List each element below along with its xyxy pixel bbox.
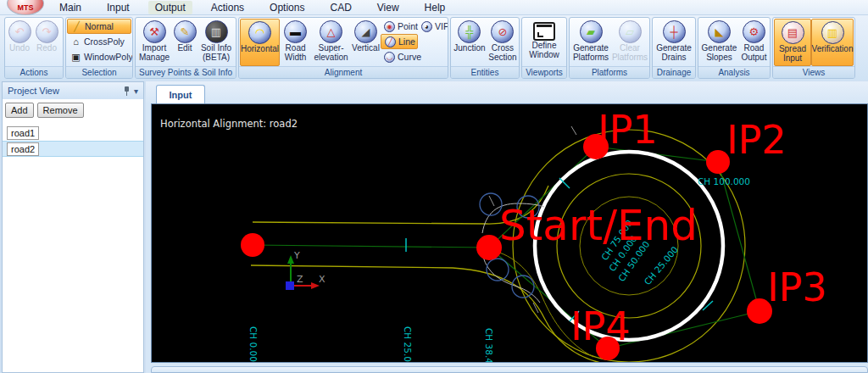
horizontal-curve-icon: ◠ — [248, 21, 271, 44]
project-view-title: Project View — [8, 86, 59, 96]
group-caption-drainage: Drainage — [653, 66, 695, 78]
clear-platforms-button[interactable]: ▱ Clear Platforms — [611, 19, 648, 66]
menu-options[interactable]: Options — [263, 1, 311, 14]
ip1-label: IP1 — [598, 107, 658, 153]
ch38-label: CH 38.400 — [484, 328, 494, 362]
ch100-label: CH 100.000 — [698, 176, 750, 186]
group-caption-entities: Entities — [451, 66, 519, 78]
soil-column-icon: ▥ — [205, 20, 228, 43]
group-drainage: ┼ Generate Drains Drainage — [652, 17, 696, 79]
group-alignment: ◠ Horizontal ▬ Road Width △ Super-elevat… — [238, 17, 448, 79]
ch0-label: CH 0.000 — [248, 326, 259, 362]
list-item-road2[interactable]: road2 — [3, 141, 143, 157]
list-item-road1[interactable]: road1 — [3, 125, 143, 141]
ip2-label: IP2 — [726, 117, 787, 163]
verification-icon: ▥ — [821, 21, 844, 44]
chevron-down-icon[interactable]: ▾ — [134, 86, 138, 96]
menu-actions[interactable]: Actions — [204, 1, 251, 14]
super-elevation-button[interactable]: △ Super-elevation — [311, 19, 351, 66]
menu-output[interactable]: Output — [148, 1, 192, 14]
pentagon-icon: ⌂ — [70, 36, 81, 47]
vip-button[interactable]: ◕ VIP — [418, 19, 447, 34]
generate-slopes-button[interactable]: ◣ Generate Slopes — [699, 19, 739, 66]
group-caption-views: Views — [773, 66, 854, 78]
generate-drains-button[interactable]: ┼ Generate Drains — [654, 19, 694, 66]
line-button[interactable]: ╱ Line — [381, 34, 418, 49]
vip-icon: ◕ — [421, 21, 432, 32]
drains-icon: ┼ — [663, 20, 686, 43]
group-viewports: Define Window Viewports — [521, 17, 567, 79]
redo-button[interactable]: ↷ Redo — [33, 19, 60, 66]
cross-section-button[interactable]: ⊘ Cross Section — [487, 19, 518, 66]
soil-info-button[interactable]: ▥ Soil Info (BETA) — [198, 19, 235, 66]
ribbon: ↶ Undo ↷ Redo Actions ╱ Normal ⌂ CrossPo… — [0, 15, 868, 81]
tab-input[interactable]: Input — [156, 85, 205, 103]
menu-view[interactable]: View — [370, 1, 406, 14]
menu-main[interactable]: Main — [53, 1, 88, 14]
redo-icon: ↷ — [36, 20, 58, 43]
normal-select-button[interactable]: ╱ Normal — [67, 19, 131, 34]
crosspoly-button[interactable]: ⌂ CrossPoly — [67, 34, 131, 49]
drawing-canvas[interactable]: Horizontal Alignment: road2 — [151, 103, 868, 363]
undo-button[interactable]: ↶ Undo — [6, 19, 33, 66]
remove-road-button[interactable]: Remove — [37, 103, 84, 118]
spreadsheet-icon: ▤ — [782, 21, 804, 44]
menu-cad[interactable]: CAD — [323, 1, 358, 14]
group-caption-viewports: Viewports — [522, 66, 566, 78]
start-end-point[interactable] — [476, 235, 502, 260]
vertical-profile-icon: ◢ — [354, 20, 377, 43]
group-actions: ↶ Undo ↷ Redo Actions — [4, 17, 64, 79]
group-caption-analysis: Analysis — [698, 66, 770, 78]
verification-button[interactable]: ▥ Verification — [811, 19, 854, 66]
curve-icon: ◡ — [384, 52, 395, 63]
app-logo-button[interactable]: MTS — [7, 0, 44, 15]
document-area: Input Horizontal Alignment: road2 — [146, 81, 868, 373]
road-width-button[interactable]: ▬ Road Width — [280, 19, 311, 66]
spread-input-panel[interactable]: Spread Input — [151, 366, 868, 373]
junction-button[interactable]: ╬ Junction — [452, 19, 487, 66]
vertical-alignment-button[interactable]: ◢ Vertical — [351, 19, 381, 66]
road-output-button[interactable]: ⚙ Road Output — [739, 19, 769, 66]
group-entities: ╬ Junction ⊘ Cross Section Entities — [450, 17, 520, 79]
import-manage-button[interactable]: ⚒ Import Manage — [136, 19, 172, 66]
menu-help[interactable]: Help — [418, 1, 453, 14]
ip-labels: IP1 IP2 IP3 IP4 Start/End — [499, 107, 827, 349]
point-button[interactable]: ◉ Point — [381, 19, 418, 34]
group-selection: ╱ Normal ⌂ CrossPoly ▣ WindowPoly Select… — [65, 17, 133, 79]
group-survey: ⚒ Import Manage ✎ Edit ▥ Soil Info (BETA… — [135, 17, 236, 79]
menu-input[interactable]: Input — [100, 1, 136, 14]
add-road-button[interactable]: Add — [5, 103, 34, 118]
generate-platforms-button[interactable]: ▰ Generate Platforms — [570, 19, 611, 66]
slopes-icon: ◣ — [708, 20, 731, 43]
line-icon: ╱ — [385, 36, 396, 47]
pencil-icon: ✎ — [174, 20, 197, 43]
horizontal-alignment-button[interactable]: ◠ Horizontal — [240, 19, 280, 66]
group-caption-actions: Actions — [5, 66, 63, 78]
super-elevation-icon: △ — [320, 20, 342, 43]
spread-input-button[interactable]: ▤ Spread Input — [774, 19, 811, 66]
ch25-label: CH 25.000 — [403, 326, 413, 362]
canvas-title: Horizontal Alignment: road2 — [160, 118, 298, 130]
project-view-panel: Project View ▾ Add Remove road1 road2 — [2, 81, 144, 373]
edit-survey-button[interactable]: ✎ Edit — [172, 19, 198, 66]
group-caption-platforms: Platforms — [570, 66, 649, 78]
point-icon: ◉ — [384, 21, 395, 32]
start-point[interactable] — [241, 233, 264, 257]
curve-button[interactable]: ◡ Curve — [381, 49, 418, 64]
menu-items: Main Input Output Actions Options CAD Vi… — [53, 1, 452, 14]
window-select-icon: ▣ — [70, 52, 81, 63]
clear-platforms-icon: ▱ — [619, 20, 642, 43]
windowpoly-button[interactable]: ▣ WindowPoly — [67, 49, 131, 64]
group-caption-selection: Selection — [66, 66, 132, 78]
pin-icon[interactable] — [123, 86, 131, 96]
group-views: ▤ Spread Input ▥ Verification Views — [772, 17, 855, 79]
axis-y-label: Y — [293, 250, 300, 261]
axis-z-label: Z — [297, 274, 303, 285]
road-list: road1 road2 — [3, 125, 143, 157]
monitor-icon — [533, 22, 555, 41]
define-window-button[interactable]: Define Window — [523, 19, 565, 66]
group-caption-survey: Survey Points & Soil Info — [136, 66, 236, 78]
tools-icon: ⚒ — [143, 20, 166, 43]
road-width-icon: ▬ — [284, 20, 307, 43]
ip3-label: IP3 — [767, 264, 827, 310]
